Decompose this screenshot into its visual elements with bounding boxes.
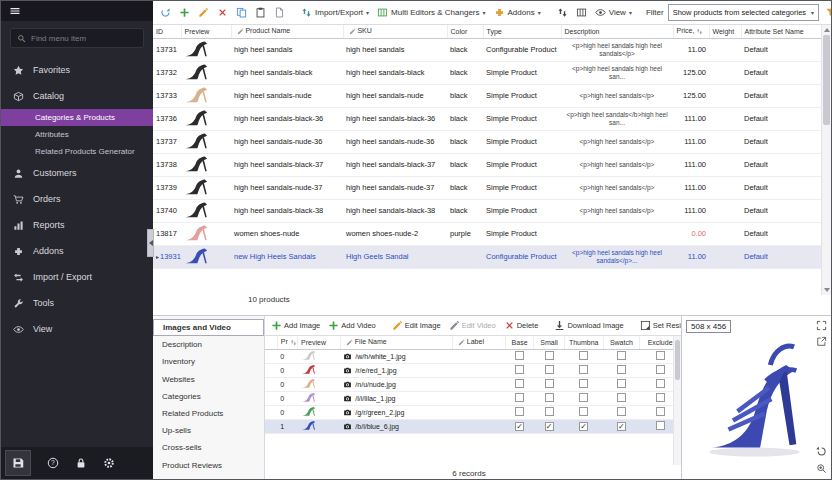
import-export-menu[interactable]: Import/Export▾ — [299, 5, 371, 20]
sidebar-collapse-handle[interactable] — [147, 229, 154, 257]
sidebar-item[interactable]: Tools — [1, 290, 153, 316]
image-row[interactable]: 0 /g/r/green_2.jpg — [265, 405, 681, 419]
product-row[interactable]: ▸13732 high heel sandals-black high heel… — [153, 61, 821, 84]
addons-menu[interactable]: Addons▾ — [492, 5, 543, 20]
base-checkbox[interactable] — [515, 351, 524, 360]
add-video-button[interactable]: Add Video — [326, 318, 377, 333]
col-header-attribute-set[interactable]: Attribute Set Name — [741, 25, 821, 38]
col-header-thumbnail[interactable]: Thumbna — [564, 336, 603, 349]
col-header-file-name[interactable]: File Name — [340, 336, 452, 349]
sidebar-item-favorites[interactable]: Favorites — [1, 57, 153, 83]
exclude-checkbox[interactable] — [656, 365, 665, 374]
base-checkbox[interactable] — [515, 393, 524, 402]
scrollbar-thumb[interactable] — [675, 340, 680, 380]
thumbnail-checkbox[interactable] — [579, 365, 588, 374]
image-row[interactable]: 0 /n/u/nude.jpg — [265, 377, 681, 391]
exclude-checkbox[interactable] — [656, 421, 665, 430]
thumbnail-checkbox[interactable] — [579, 407, 588, 416]
fullscreen-icon[interactable] — [816, 320, 827, 331]
sidebar-item-catalog[interactable]: Catalog — [1, 83, 153, 109]
sidebar-subitem[interactable]: Related Products Generator — [1, 143, 153, 160]
small-checkbox[interactable] — [545, 393, 554, 402]
open-external-icon[interactable] — [816, 336, 827, 347]
swatch-checkbox[interactable] — [617, 393, 626, 402]
detail-tab[interactable]: Related Products — [153, 405, 264, 422]
sidebar-item[interactable]: Addons — [1, 238, 153, 264]
sidebar-item[interactable]: Customers — [1, 160, 153, 186]
thumbnail-checkbox[interactable] — [579, 393, 588, 402]
swatch-checkbox[interactable] — [617, 407, 626, 416]
base-checkbox[interactable] — [515, 422, 524, 431]
exclude-checkbox[interactable] — [656, 351, 665, 360]
edit-product-button[interactable] — [196, 5, 211, 20]
image-row[interactable]: 0 /r/e/red_1.jpg — [265, 363, 681, 377]
small-checkbox[interactable] — [545, 351, 554, 360]
multi-editors-menu[interactable]: Multi Editors & Changers▾ — [375, 5, 488, 20]
thumbnail-checkbox[interactable] — [579, 422, 588, 431]
product-row[interactable]: ▸13931 new High Heels Sandals High Geels… — [153, 245, 821, 268]
copy-button[interactable] — [234, 5, 249, 20]
sidebar-item[interactable]: Import / Export — [1, 264, 153, 290]
help-icon[interactable]: ? — [47, 457, 59, 469]
download-image-button[interactable]: Download Image — [552, 318, 625, 333]
zoom-icon[interactable] — [816, 463, 827, 474]
product-row[interactable]: ▸13739 high heel sandals-nude-37 high he… — [153, 176, 821, 199]
product-row[interactable]: ▸13740 high heel sandals-black-38 high h… — [153, 199, 821, 222]
detail-tab[interactable]: Inventory — [153, 353, 264, 370]
small-checkbox[interactable] — [545, 422, 554, 431]
product-row[interactable]: ▸13736 high heel sandals-black-36 high h… — [153, 107, 821, 130]
row-expander-icon[interactable]: ▸ — [156, 254, 159, 260]
add-image-button[interactable]: Add Image — [269, 318, 322, 333]
refresh-button[interactable] — [158, 5, 173, 20]
exclude-checkbox[interactable] — [656, 407, 665, 416]
base-checkbox[interactable] — [515, 407, 524, 416]
swatch-checkbox[interactable] — [617, 351, 626, 360]
detail-tab[interactable]: Cross-sells — [153, 439, 264, 456]
filter-dropdown[interactable]: Show products from selected categories ▾ — [668, 4, 819, 21]
col-header-color[interactable]: Color — [447, 25, 483, 38]
menu-search-input[interactable] — [31, 34, 131, 43]
detail-tab[interactable]: Description — [153, 336, 264, 353]
sidebar-item[interactable]: View — [1, 316, 153, 342]
col-header-preview[interactable]: Preview — [298, 336, 341, 349]
col-header-label[interactable]: Label — [452, 336, 505, 349]
edit-image-button[interactable]: Edit Image — [390, 318, 443, 333]
view-menu[interactable]: View▾ — [593, 5, 634, 20]
rotate-icon[interactable] — [816, 446, 827, 457]
vertical-scrollbar[interactable] — [821, 25, 831, 295]
swatch-checkbox[interactable] — [617, 365, 626, 374]
sidebar-search[interactable] — [10, 28, 144, 48]
hamburger-menu-icon[interactable] — [9, 5, 21, 17]
small-checkbox[interactable] — [545, 365, 554, 374]
sidebar-item[interactable]: Reports — [1, 212, 153, 238]
col-header-small[interactable]: Small — [534, 336, 565, 349]
product-row[interactable]: ▸13738 high heel sandals-black-37 high h… — [153, 153, 821, 176]
edit-video-button[interactable]: Edit Video — [447, 318, 498, 333]
product-row[interactable]: ▸13737 high heel sandals-nude-36 high he… — [153, 130, 821, 153]
scroll-down-arrow[interactable] — [824, 288, 830, 292]
col-header-price[interactable]: Price, — [673, 25, 709, 38]
product-row[interactable]: ▸13731 high heel sandals high heel sanda… — [153, 38, 821, 61]
swatch-checkbox[interactable] — [617, 379, 626, 388]
thumbnail-checkbox[interactable] — [579, 379, 588, 388]
scroll-up-arrow[interactable] — [824, 28, 830, 32]
scrollbar-thumb[interactable] — [823, 35, 830, 125]
col-header-weight[interactable]: Weight — [709, 25, 741, 38]
sidebar-item[interactable]: Orders — [1, 186, 153, 212]
detail-tab[interactable]: Up-sells — [153, 422, 264, 439]
filters-menu[interactable]: Filters▾ — [823, 5, 832, 20]
col-header-base[interactable]: Base — [505, 336, 534, 349]
save-button[interactable] — [5, 450, 31, 476]
detail-tab[interactable]: Images and Video — [153, 319, 264, 336]
col-header-preview[interactable]: Preview — [181, 25, 231, 38]
lock-icon[interactable] — [75, 457, 87, 469]
sort-button[interactable] — [555, 5, 570, 20]
col-header-id[interactable]: ID — [153, 25, 181, 38]
col-header-sku[interactable]: SKU — [343, 25, 447, 38]
image-row[interactable]: 1 /b/l/blue_6.jpg — [265, 419, 681, 433]
sidebar-subitem[interactable]: Categories & Products — [1, 109, 153, 126]
product-row[interactable]: ▸13733 high heel sandals-nude high heel … — [153, 84, 821, 107]
col-header-description[interactable]: Description — [561, 25, 673, 38]
col-header-swatch[interactable]: Swatch — [603, 336, 640, 349]
detail-tab[interactable]: Categories — [153, 388, 264, 405]
